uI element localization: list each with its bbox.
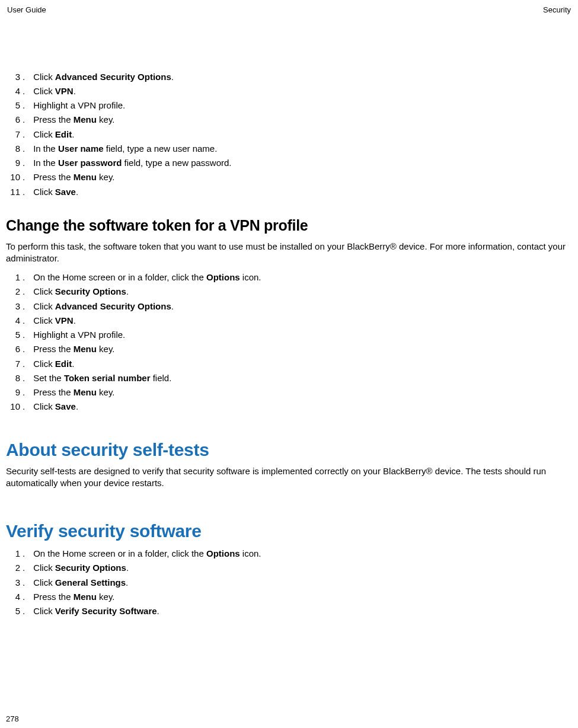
list-item: 5.Highlight a VPN profile. <box>6 328 572 342</box>
list-item: 9.In the User password field, type a new… <box>6 156 572 170</box>
list-item: 3.Click Advanced Security Options. <box>6 70 572 84</box>
heading-verify-software: Verify security software <box>6 519 572 544</box>
bold-term: Save <box>55 187 76 197</box>
bold-term: Advanced Security Options <box>55 301 171 311</box>
list-number: 5 <box>6 329 23 341</box>
list-number: 2 <box>6 286 23 298</box>
list-item-text: Click Security Options. <box>33 562 572 574</box>
bold-term: User name <box>58 143 104 154</box>
bold-term: Menu <box>74 592 97 602</box>
list-number-dot: . <box>23 71 25 83</box>
list-number-dot: . <box>23 301 25 312</box>
list-item-text: Press the Menu key. <box>33 171 572 183</box>
list-item: 4.Click VPN. <box>6 314 572 328</box>
list-item-text: On the Home screen or in a folder, click… <box>33 272 572 283</box>
list-number-dot: . <box>23 315 25 327</box>
list-item: 1.On the Home screen or in a folder, cli… <box>6 270 572 285</box>
heading-about-self-tests: About security self-tests <box>6 438 572 462</box>
list-item: 4.Click VPN. <box>6 84 572 98</box>
list-number: 8 <box>6 143 23 155</box>
list-number-dot: . <box>23 358 25 370</box>
list-item: 10.Press the Menu key. <box>6 170 572 184</box>
list-number: 7 <box>6 129 23 141</box>
list-number-dot: . <box>23 186 25 198</box>
list-item-text: Highlight a VPN profile. <box>33 100 572 111</box>
list-number: 9 <box>6 157 23 169</box>
list-number-dot: . <box>23 171 25 183</box>
list-item-text: Set the Token serial number field. <box>33 372 572 384</box>
header-left: User Guide <box>7 5 46 15</box>
list-item: 8.In the User name field, type a new use… <box>6 142 572 156</box>
list-number-dot: . <box>23 329 25 341</box>
list-number-dot: . <box>23 272 25 283</box>
list-number: 3 <box>6 301 23 312</box>
list-item-text: In the User password field, type a new p… <box>33 157 572 169</box>
intro-change-token: To perform this task, the software token… <box>6 241 572 265</box>
page-number: 278 <box>6 714 19 724</box>
list-number-dot: . <box>23 605 25 617</box>
list-number-dot: . <box>23 286 25 298</box>
list-number-dot: . <box>23 548 25 560</box>
list-item-text: Press the Menu key. <box>33 114 572 126</box>
bold-term: Menu <box>74 344 97 354</box>
list-item: 2.Click Security Options. <box>6 561 572 575</box>
list-item-text: Click Verify Security Software. <box>33 605 572 617</box>
list-number-dot: . <box>23 591 25 603</box>
list-number: 3 <box>6 71 23 83</box>
page-header: User Guide Security <box>6 5 572 17</box>
list-number-dot: . <box>23 387 25 398</box>
list-item: 9.Press the Menu key. <box>6 385 572 400</box>
list-item: 1.On the Home screen or in a folder, cli… <box>6 547 572 561</box>
list-item-text: Click Security Options. <box>33 286 572 298</box>
list-number: 1 <box>6 272 23 283</box>
list-number-dot: . <box>23 157 25 169</box>
bold-term: Options <box>206 548 240 558</box>
list-item-text: Click VPN. <box>33 315 572 327</box>
list-number: 5 <box>6 100 23 111</box>
list-number: 6 <box>6 114 23 126</box>
list-number: 4 <box>6 315 23 327</box>
list-item-text: Click Edit. <box>33 358 572 370</box>
list-item-text: Click Advanced Security Options. <box>33 71 572 83</box>
list-number: 10 <box>6 171 23 183</box>
ordered-list-1: 3.Click Advanced Security Options.4.Clic… <box>6 70 572 199</box>
list-item-text: Highlight a VPN profile. <box>33 329 572 341</box>
list-item: 3.Click General Settings. <box>6 576 572 590</box>
bold-term: Security Options <box>55 286 126 296</box>
header-right: Security <box>543 5 571 15</box>
list-item: 6.Press the Menu key. <box>6 113 572 127</box>
list-number: 10 <box>6 401 23 413</box>
list-number-dot: . <box>23 114 25 126</box>
list-item-text: Click General Settings. <box>33 577 572 589</box>
list-item-text: Click Edit. <box>33 129 572 141</box>
bold-term: General Settings <box>55 577 126 587</box>
bold-term: VPN <box>55 315 74 325</box>
list-item: 5.Click Verify Security Software. <box>6 604 572 618</box>
list-item: 11.Click Save. <box>6 185 572 199</box>
list-number-dot: . <box>23 372 25 384</box>
list-number: 1 <box>6 548 23 560</box>
list-number-dot: . <box>23 577 25 589</box>
list-item: 8.Set the Token serial number field. <box>6 371 572 385</box>
list-item: 6.Press the Menu key. <box>6 342 572 356</box>
list-number: 6 <box>6 343 23 355</box>
bold-term: Edit <box>55 129 72 139</box>
list-number: 7 <box>6 358 23 370</box>
list-item: 5.Highlight a VPN profile. <box>6 98 572 113</box>
bold-term: Save <box>55 401 76 411</box>
list-number: 2 <box>6 562 23 574</box>
list-number-dot: . <box>23 343 25 355</box>
bold-term: Verify Security Software <box>55 606 157 616</box>
list-item-text: Click Save. <box>33 401 572 413</box>
page: User Guide Security 3.Click Advanced Sec… <box>0 0 578 728</box>
list-number: 5 <box>6 605 23 617</box>
list-item: 7.Click Edit. <box>6 127 572 142</box>
list-item: 10.Click Save. <box>6 400 572 414</box>
list-item: 2.Click Security Options. <box>6 285 572 299</box>
body-about-self-tests: Security self-tests are designed to veri… <box>6 465 572 490</box>
bold-term: Menu <box>74 114 97 124</box>
list-number-dot: . <box>23 401 25 413</box>
list-item-text: In the User name field, type a new user … <box>33 143 572 155</box>
bold-term: Security Options <box>55 563 126 573</box>
list-number: 4 <box>6 591 23 603</box>
